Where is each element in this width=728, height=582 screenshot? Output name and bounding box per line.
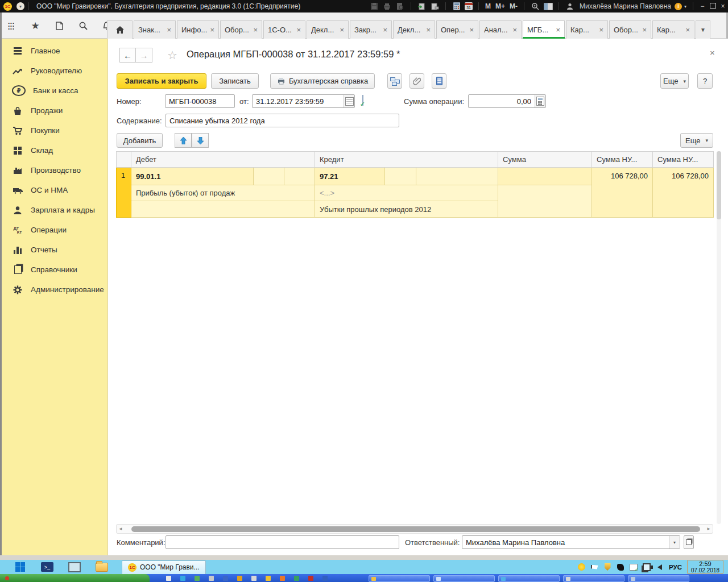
tab-overflow-chevron-icon[interactable]: ▼ — [696, 20, 710, 39]
xp-task-button[interactable] — [563, 575, 624, 582]
content-input[interactable] — [166, 114, 399, 127]
info-chevron-icon[interactable]: ▾ — [684, 4, 686, 9]
clock[interactable]: 2:59 07.02.2018 — [687, 560, 723, 574]
tab-zakr[interactable]: Закр...× — [350, 20, 392, 39]
more-button-top[interactable]: Еще▾ — [660, 73, 689, 89]
send-doc-icon[interactable] — [430, 2, 440, 11]
add-row-button[interactable]: Добавить — [117, 133, 163, 148]
credit-subconto1-cell[interactable]: <...> — [315, 185, 498, 201]
sum-cell[interactable] — [498, 168, 592, 185]
tray-flag-icon[interactable] — [590, 563, 598, 571]
number-input[interactable] — [165, 94, 235, 108]
tab-close-icon[interactable]: × — [556, 26, 560, 34]
main-menu-chevron-icon[interactable]: ▾ — [16, 2, 24, 10]
tray-shield-icon[interactable] — [603, 563, 611, 571]
scroll-left-icon[interactable]: ◄ — [117, 526, 125, 531]
quicklaunch-icon[interactable] — [294, 576, 299, 581]
tray-mail-check-icon[interactable] — [630, 563, 638, 571]
more-button-table[interactable]: Еще▾ — [680, 133, 713, 148]
tab-mgb-active[interactable]: МГБ...× — [523, 20, 565, 39]
preview-icon[interactable] — [395, 2, 405, 11]
tab-close-icon[interactable]: × — [599, 26, 603, 34]
horizontal-scroll-thumb[interactable] — [131, 526, 700, 532]
scroll-right-icon[interactable]: ► — [705, 526, 713, 531]
tab-close-icon[interactable]: × — [512, 26, 517, 34]
send-to-icon[interactable] — [417, 2, 427, 11]
quicklaunch-icon[interactable] — [195, 576, 200, 581]
tab-dekl-2[interactable]: Декл...× — [393, 20, 435, 39]
memory-mplus-button[interactable]: M+ — [495, 2, 505, 10]
sidebar-item-bank-i-kassa[interactable]: ₽Банк и касса — [0, 81, 107, 101]
structure-button[interactable] — [387, 73, 402, 89]
tray-network-icon[interactable] — [643, 563, 651, 571]
apps-grid-icon[interactable]: ••••••••• — [6, 20, 17, 31]
calendar-icon[interactable]: 31 — [465, 2, 473, 10]
move-down-button[interactable] — [192, 133, 209, 148]
register-records-button[interactable] — [432, 73, 446, 89]
postings-table[interactable]: Дебет Кредит Сумма Сумма НУ... Сумма НУ.… — [116, 151, 714, 218]
xp-task-button[interactable] — [498, 575, 560, 582]
date-input[interactable] — [253, 97, 344, 106]
tab-1c-o[interactable]: 1С-О...× — [263, 20, 305, 39]
sidebar-item-zarplata-i-kadry[interactable]: Зарплата и кадры — [0, 200, 107, 220]
tab-home[interactable] — [107, 20, 133, 39]
sum-nu-kt-cell[interactable]: 106 728,00 — [653, 168, 714, 218]
tab-znak[interactable]: Знак...× — [134, 20, 176, 39]
favorite-star-icon[interactable]: ☆ — [167, 48, 177, 62]
debit-account-cell[interactable]: 99.01.1 — [131, 168, 254, 185]
quicklaunch-icon[interactable] — [180, 576, 185, 581]
quicklaunch-icon[interactable] — [251, 576, 257, 581]
language-indicator[interactable]: РУС — [669, 564, 682, 571]
sidebar-item-otchety[interactable]: Отчеты — [0, 240, 107, 260]
tab-kar-1[interactable]: Кар...× — [566, 20, 608, 39]
move-up-button[interactable] — [175, 133, 192, 148]
tray-volume-icon[interactable] — [656, 563, 664, 571]
tab-oper[interactable]: Опер...× — [436, 20, 478, 39]
memory-m-button[interactable]: M — [485, 2, 491, 10]
col-debit[interactable]: Дебет — [131, 152, 315, 168]
sidebar-item-pokupki[interactable]: Покупки — [0, 120, 107, 140]
sidebar-item-prodazhi[interactable]: Продажи — [0, 101, 107, 120]
table-row[interactable]: 1 99.01.1 97.21 106 728,00 106 728,00 — [117, 168, 714, 185]
sidebar-item-rukovoditelyu[interactable]: Руководителю — [0, 61, 107, 81]
post-document-icon[interactable] — [362, 95, 363, 106]
tab-close-icon[interactable]: × — [340, 26, 344, 34]
responsible-open-button[interactable] — [684, 535, 694, 549]
tab-kar-2[interactable]: Кар...× — [652, 20, 694, 39]
xp-task-button[interactable] — [433, 575, 495, 582]
back-button[interactable]: ← — [119, 48, 136, 63]
memory-mminus-button[interactable]: M- — [510, 2, 518, 10]
quicklaunch-icon[interactable] — [209, 576, 214, 581]
tab-close-icon[interactable]: × — [469, 26, 474, 34]
tab-close-icon[interactable]: × — [167, 26, 171, 34]
col-sum[interactable]: Сумма — [498, 152, 592, 168]
attachments-button[interactable] — [410, 73, 424, 89]
tab-close-icon[interactable]: × — [642, 26, 647, 34]
accounting-reference-button[interactable]: Бухгалтерская справка — [270, 73, 375, 89]
tab-anal[interactable]: Анал...× — [479, 20, 522, 39]
tab-info[interactable]: Инфо...× — [177, 20, 219, 39]
save-and-close-button[interactable]: Записать и закрыть — [117, 73, 206, 89]
tab-close-icon[interactable]: × — [253, 26, 258, 34]
tab-close-icon[interactable]: × — [210, 26, 214, 34]
col-credit[interactable]: Кредит — [315, 152, 498, 168]
maximize-button[interactable] — [708, 2, 718, 10]
powershell-icon[interactable]: >_ — [40, 562, 55, 573]
quicklaunch-icon[interactable] — [266, 576, 271, 581]
print-icon[interactable] — [382, 2, 392, 11]
file-explorer-icon[interactable] — [94, 562, 109, 573]
sidebar-item-os-i-nma[interactable]: ОС и НМА — [0, 180, 107, 200]
quicklaunch-icon[interactable] — [308, 576, 313, 581]
taskbar-app-button[interactable]: 1С ООО "Мир Грави... — [122, 560, 206, 574]
favorites-star-icon[interactable]: ★ — [30, 20, 41, 31]
sidebar-item-operacii[interactable]: ДтКтОперации — [0, 220, 107, 240]
quicklaunch-icon[interactable] — [280, 576, 285, 581]
info-icon[interactable]: i — [675, 3, 682, 10]
calculator-icon[interactable] — [452, 2, 461, 11]
tab-close-icon[interactable]: × — [383, 26, 387, 34]
close-button[interactable]: × — [718, 2, 728, 10]
sum-nu-dt-cell[interactable]: 106 728,00 — [592, 168, 653, 218]
col-sum-nu-dt[interactable]: Сумма НУ... — [592, 152, 653, 168]
col-sum-nu-kt[interactable]: Сумма НУ... — [653, 152, 714, 168]
credit-subconto2-cell[interactable]: Убытки прошлых периодов 2012 — [315, 201, 498, 218]
